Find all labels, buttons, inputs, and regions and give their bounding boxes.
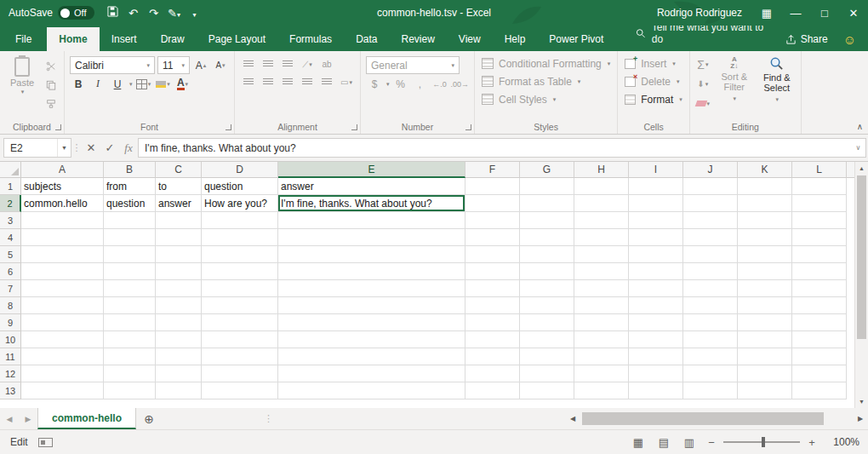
cell-J5[interactable]: [683, 246, 738, 263]
cell-B11[interactable]: [104, 348, 156, 365]
cell-L5[interactable]: [792, 246, 847, 263]
formula-bar-expand-button[interactable]: ∨: [851, 138, 866, 158]
save-icon[interactable]: [103, 6, 123, 20]
cell-D12[interactable]: [202, 365, 278, 382]
cell-F4[interactable]: [465, 229, 520, 246]
cell-I4[interactable]: [629, 229, 683, 246]
cell-C7[interactable]: [156, 280, 202, 297]
cell-I13[interactable]: [629, 382, 683, 399]
insert-cells-button[interactable]: Insert ▾: [622, 55, 685, 72]
name-box-dropdown[interactable]: ▼: [57, 139, 71, 157]
orientation-button[interactable]: ⟋▾: [299, 56, 316, 72]
cell-J11[interactable]: [683, 348, 738, 365]
autosave-toggle[interactable]: Off: [58, 6, 94, 20]
cell-H4[interactable]: [574, 229, 629, 246]
clear-button[interactable]: ▾: [694, 95, 711, 112]
cell-D4[interactable]: [202, 229, 278, 246]
minimize-button[interactable]: —: [781, 0, 810, 26]
column-header-E[interactable]: E: [278, 162, 465, 178]
cell-J8[interactable]: [683, 297, 738, 314]
redo-button[interactable]: ↷: [144, 7, 164, 20]
cell-K1[interactable]: [738, 178, 792, 195]
cell-E6[interactable]: [278, 263, 465, 280]
column-header-D[interactable]: D: [202, 162, 278, 178]
cell-B6[interactable]: [104, 263, 156, 280]
cell-E4[interactable]: [278, 229, 465, 246]
cell-I12[interactable]: [629, 365, 683, 382]
cell-H13[interactable]: [574, 382, 629, 399]
cell-J3[interactable]: [683, 212, 738, 229]
cell-C12[interactable]: [156, 365, 202, 382]
share-button[interactable]: Share: [779, 27, 835, 51]
cell-E8[interactable]: [278, 297, 465, 314]
page-layout-view-button[interactable]: ▤: [654, 434, 674, 451]
fill-button[interactable]: ⬇▾: [694, 76, 711, 92]
decrease-indent-button[interactable]: [299, 74, 316, 90]
row-header-11[interactable]: 11: [0, 348, 21, 365]
cell-H7[interactable]: [574, 280, 629, 297]
cell-G6[interactable]: [520, 263, 574, 280]
cell-K12[interactable]: [738, 365, 792, 382]
column-header-I[interactable]: I: [629, 162, 683, 178]
cell-D3[interactable]: [202, 212, 278, 229]
clipboard-dialog-launcher[interactable]: [55, 124, 61, 130]
feedback-smiley-button[interactable]: ☺: [838, 32, 861, 47]
zoom-in-button[interactable]: +: [805, 436, 819, 449]
cell-K11[interactable]: [738, 348, 792, 365]
accounting-format-button[interactable]: $: [366, 76, 383, 92]
column-header-G[interactable]: G: [520, 162, 574, 178]
row-header-8[interactable]: 8: [0, 297, 21, 314]
cell-K4[interactable]: [738, 229, 792, 246]
cell-A7[interactable]: [21, 280, 104, 297]
cell-L1[interactable]: [792, 178, 847, 195]
cell-B5[interactable]: [104, 246, 156, 263]
cell-H8[interactable]: [574, 297, 629, 314]
cell-L10[interactable]: [792, 331, 847, 348]
cell-G1[interactable]: [520, 178, 574, 195]
cell-J9[interactable]: [683, 314, 738, 331]
cell-F5[interactable]: [465, 246, 520, 263]
cell-A2[interactable]: common.hello: [21, 195, 104, 212]
top-align-button[interactable]: [240, 56, 257, 72]
copy-button[interactable]: [43, 77, 60, 93]
font-size-select[interactable]: 11▾: [157, 56, 190, 74]
cell-E3[interactable]: [278, 212, 465, 229]
cell-L2[interactable]: [792, 195, 847, 212]
insert-function-button[interactable]: fx: [119, 138, 138, 158]
row-header-13[interactable]: 13: [0, 382, 21, 399]
cell-D8[interactable]: [202, 297, 278, 314]
vertical-scroll-track[interactable]: [855, 175, 868, 395]
scroll-up-arrow[interactable]: ▲: [855, 162, 868, 175]
cell-J2[interactable]: [683, 195, 738, 212]
cell-A10[interactable]: [21, 331, 104, 348]
cell-C10[interactable]: [156, 331, 202, 348]
cell-F6[interactable]: [465, 263, 520, 280]
column-header-H[interactable]: H: [574, 162, 629, 178]
cell-E11[interactable]: [278, 348, 465, 365]
cell-F12[interactable]: [465, 365, 520, 382]
comma-style-button[interactable]: ,: [412, 76, 429, 92]
cell-H12[interactable]: [574, 365, 629, 382]
cell-G5[interactable]: [520, 246, 574, 263]
cell-E7[interactable]: [278, 280, 465, 297]
zoom-level[interactable]: 100%: [824, 436, 859, 448]
row-header-1[interactable]: 1: [0, 178, 21, 195]
format-as-table-button[interactable]: Format as Table ▾: [479, 72, 613, 90]
cell-B8[interactable]: [104, 297, 156, 314]
conditional-formatting-button[interactable]: Conditional Formatting ▾: [479, 55, 613, 72]
ribbon-collapse-button[interactable]: ∧: [857, 122, 863, 131]
cell-A8[interactable]: [21, 297, 104, 314]
cell-L4[interactable]: [792, 229, 847, 246]
increase-font-button[interactable]: A▴: [192, 57, 209, 73]
cell-A12[interactable]: [21, 365, 104, 382]
cut-button[interactable]: [43, 58, 60, 74]
cell-H3[interactable]: [574, 212, 629, 229]
cell-H9[interactable]: [574, 314, 629, 331]
cell-K6[interactable]: [738, 263, 792, 280]
align-left-button[interactable]: [240, 74, 257, 90]
cell-L7[interactable]: [792, 280, 847, 297]
cell-H2[interactable]: [574, 195, 629, 212]
undo-button[interactable]: ↶: [123, 7, 144, 20]
select-all-corner[interactable]: [0, 162, 21, 178]
cell-K5[interactable]: [738, 246, 792, 263]
